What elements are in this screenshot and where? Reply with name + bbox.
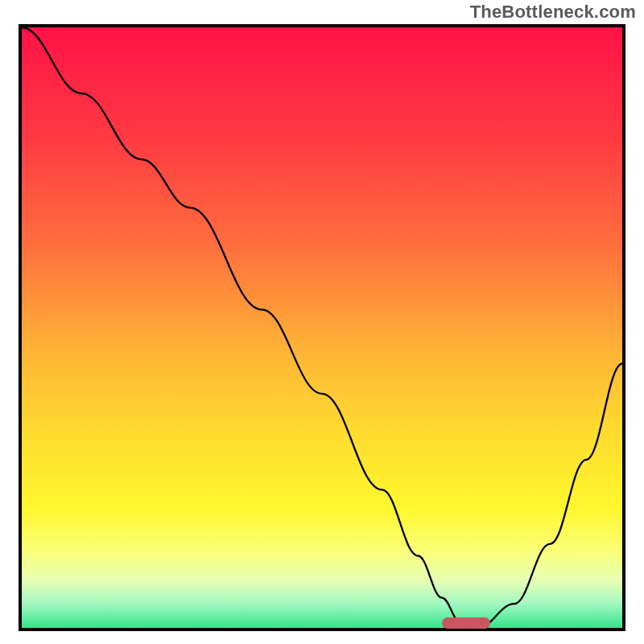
chart-plot-area <box>19 24 625 631</box>
watermark-text: TheBottleneck.com <box>470 2 636 23</box>
chart-curve <box>22 27 622 628</box>
chart-highlight-marker <box>442 617 490 630</box>
